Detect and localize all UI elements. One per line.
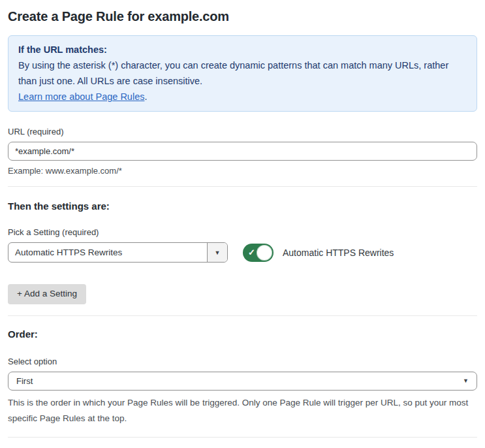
page-title: Create a Page Rule for example.com xyxy=(8,9,477,24)
learn-more-link[interactable]: Learn more about Page Rules xyxy=(18,91,144,102)
check-icon: ✓ xyxy=(248,248,255,257)
order-select[interactable]: First ▼ xyxy=(8,372,477,391)
info-box-link-line: Learn more about Page Rules. xyxy=(18,89,467,104)
add-setting-button[interactable]: + Add a Setting xyxy=(8,284,86,304)
link-suffix: . xyxy=(144,91,147,102)
settings-section-heading: Then the settings are: xyxy=(8,187,477,212)
url-field-label: URL (required) xyxy=(8,127,477,136)
url-input[interactable] xyxy=(8,142,477,161)
pick-setting-label: Pick a Setting (required) xyxy=(8,227,477,237)
settings-row: Automatic HTTPS Rewrites ▼ ✓ Automatic H… xyxy=(8,242,477,263)
url-matches-info-box: If the URL matches: By using the asteris… xyxy=(8,35,477,112)
info-box-body: By using the asterisk (*) character, you… xyxy=(18,57,467,89)
setting-toggle-group: ✓ Automatic HTTPS Rewrites xyxy=(243,244,394,262)
chevron-down-icon: ▼ xyxy=(215,249,221,256)
order-select-value: First xyxy=(16,376,33,386)
toggle-label: Automatic HTTPS Rewrites xyxy=(283,248,394,258)
divider xyxy=(8,437,477,438)
create-page-rule-form: Create a Page Rule for example.com If th… xyxy=(0,9,485,448)
setting-dropdown-arrow-button[interactable]: ▼ xyxy=(207,243,227,262)
order-section-heading: Order: xyxy=(8,316,477,340)
order-select-label: Select option xyxy=(8,357,477,366)
https-rewrites-toggle[interactable]: ✓ xyxy=(243,244,274,262)
toggle-knob xyxy=(257,245,272,261)
chevron-down-icon: ▼ xyxy=(463,377,469,384)
info-box-heading: If the URL matches: xyxy=(18,42,467,57)
setting-dropdown[interactable]: Automatic HTTPS Rewrites ▼ xyxy=(8,242,228,263)
url-helper-text: Example: www.example.com/* xyxy=(8,166,477,176)
setting-dropdown-value: Automatic HTTPS Rewrites xyxy=(8,243,207,262)
order-helper-text: This is the order in which your Page Rul… xyxy=(8,395,477,426)
